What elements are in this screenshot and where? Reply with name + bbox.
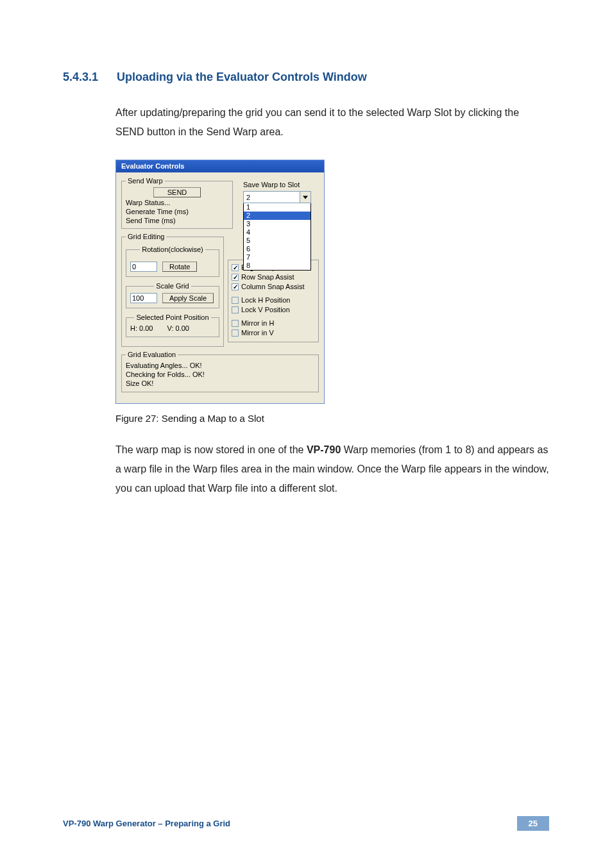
scale-grid-group: Scale Grid Apply Scale	[126, 282, 219, 308]
row-snap-checkbox[interactable]: ✓	[232, 274, 239, 281]
lock-h-label: Lock H Position	[241, 296, 290, 305]
grid-evaluation-group: Grid Evaluation Evaluating Angles... OK!…	[121, 351, 319, 392]
slot-option-7[interactable]: 7	[244, 253, 310, 262]
mirror-h-row[interactable]: Mirror in H	[232, 319, 315, 328]
save-warp-to-slot-area: Save Warp to Slot 2 1 2 3 4 5 6	[243, 181, 319, 271]
row-snap-row[interactable]: ✓ Row Snap Assist	[232, 272, 315, 282]
footer-left-text: VP-790 Warp Generator – Preparing a Grid	[63, 819, 230, 828]
mirror-v-checkbox[interactable]	[232, 330, 239, 337]
slot-option-5[interactable]: 5	[244, 237, 310, 245]
lock-v-row[interactable]: Lock V Position	[232, 305, 315, 315]
rotation-group: Rotation(clockwise) Rotate	[126, 246, 219, 277]
para2-pre: The warp map is now stored in one of the	[115, 444, 307, 455]
eval-line-3: Size OK!	[126, 379, 314, 388]
window-titlebar[interactable]: Evaluator Controls	[116, 160, 324, 172]
selected-h-value: H: 0.00	[130, 324, 153, 332]
slot-selected-value: 2	[244, 194, 300, 201]
scale-input[interactable]	[130, 293, 157, 303]
row-snap-label: Row Snap Assist	[241, 272, 294, 282]
rotation-input[interactable]	[130, 262, 157, 272]
col-snap-checkbox[interactable]: ✓	[232, 283, 239, 290]
grid-editing-group: Grid Editing Rotation(clockwise) Rotate …	[121, 233, 224, 347]
footer-page-number: 25	[517, 816, 549, 831]
slot-dropdown-list[interactable]: 1 2 3 4 5 6 7 8	[243, 203, 311, 271]
lock-h-checkbox[interactable]	[232, 297, 239, 304]
selected-v-value: V: 0.00	[167, 324, 189, 332]
intro-paragraph: After updating/preparing the grid you ca…	[115, 103, 549, 142]
lock-h-row[interactable]: Lock H Position	[232, 296, 315, 305]
rotate-button[interactable]: Rotate	[162, 262, 197, 272]
mirror-h-label: Mirror in H	[241, 319, 274, 328]
send-warp-legend: Send Warp	[126, 177, 165, 185]
eval-line-1: Evaluating Angles... OK!	[126, 361, 314, 370]
send-time-label: Send Time (ms)	[126, 217, 228, 224]
mirror-h-checkbox[interactable]	[232, 320, 239, 327]
grid-evaluation-legend: Grid Evaluation	[126, 351, 178, 358]
grid-editing-legend: Grid Editing	[126, 233, 166, 240]
slot-option-3[interactable]: 3	[244, 220, 310, 228]
edge-snap-checkbox[interactable]: ✓	[232, 264, 239, 271]
page-footer: VP-790 Warp Generator – Preparing a Grid…	[63, 816, 549, 831]
slot-option-8[interactable]: 8	[244, 262, 310, 270]
generate-time-label: Generate Time (ms)	[126, 208, 228, 215]
chevron-down-icon[interactable]	[300, 192, 310, 203]
send-warp-group: Send Warp SEND Warp Status... Generate T…	[121, 177, 233, 229]
slot-option-2[interactable]: 2	[244, 212, 310, 220]
rotation-legend: Rotation(clockwise)	[140, 246, 205, 253]
col-snap-label: Column Snap Assist	[241, 282, 304, 292]
figure-caption: Figure 27: Sending a Map to a Slot	[115, 413, 549, 424]
section-title: Uploading via the Evaluator Controls Win…	[117, 71, 367, 84]
col-snap-row[interactable]: ✓ Column Snap Assist	[232, 282, 315, 292]
mirror-v-row[interactable]: Mirror in V	[232, 328, 315, 338]
lock-v-label: Lock V Position	[241, 305, 290, 315]
selected-point-position-group: Selected Point Position H: 0.00 V: 0.00	[126, 313, 219, 337]
para2-bold: VP-790	[307, 444, 341, 455]
slot-option-4[interactable]: 4	[244, 228, 310, 237]
after-figure-paragraph: The warp map is now stored in one of the…	[115, 440, 549, 498]
section-number: 5.4.3.1	[63, 71, 105, 84]
scale-grid-legend: Scale Grid	[154, 282, 191, 290]
slot-option-6[interactable]: 6	[244, 245, 310, 253]
eval-line-2: Checking for Folds... OK!	[126, 370, 314, 379]
save-warp-label: Save Warp to Slot	[243, 181, 319, 188]
svg-marker-0	[303, 196, 308, 199]
slot-combobox[interactable]: 2	[243, 191, 311, 203]
warp-status-label: Warp Status...	[126, 199, 228, 206]
evaluator-controls-window: Evaluator Controls Save Warp to Slot 2 1…	[115, 160, 325, 404]
slot-option-1[interactable]: 1	[244, 203, 310, 212]
send-button[interactable]: SEND	[153, 187, 201, 197]
lock-v-checkbox[interactable]	[232, 306, 239, 313]
section-heading: 5.4.3.1 Uploading via the Evaluator Cont…	[63, 71, 549, 84]
window-title: Evaluator Controls	[121, 162, 184, 170]
apply-scale-button[interactable]: Apply Scale	[162, 293, 214, 303]
mirror-v-label: Mirror in V	[241, 328, 274, 338]
snap-assist-options: ✓ Edge Snap Assist ✓ Row Snap Assist ✓ C…	[228, 260, 319, 342]
selected-point-legend: Selected Point Position	[134, 313, 210, 321]
